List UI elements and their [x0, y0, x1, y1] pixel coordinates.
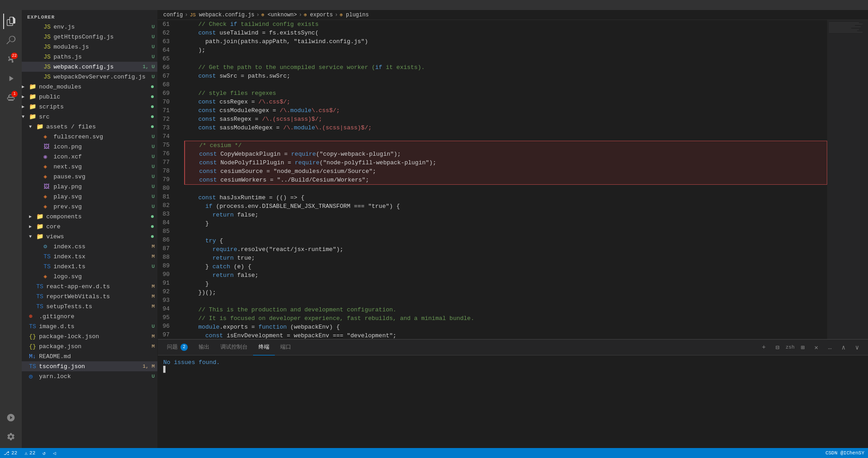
file-badge: U	[151, 144, 155, 149]
change-dot	[151, 225, 154, 228]
tree-item-readme-md[interactable]: M↓ README.md	[22, 351, 157, 361]
tree-item-node-modules[interactable]: ▶ 📁 node_modules	[22, 82, 157, 92]
tree-item-gethttpsconfig[interactable]: JS getHttpsConfig.js U	[22, 32, 157, 42]
breadcrumb-sep: ›	[256, 12, 259, 18]
xcf-file-icon: ◉	[44, 153, 52, 160]
breadcrumb-plugins[interactable]: plugins	[346, 12, 369, 18]
tree-item-fullscreen-svg[interactable]: ◈ fullscreen.svg U	[22, 132, 157, 142]
tree-item-core[interactable]: ▶ 📁 core	[22, 222, 157, 231]
breadcrumb-config[interactable]: config	[163, 12, 183, 18]
folder-icon: 📁	[36, 123, 44, 130]
status-errors[interactable]: ⚠ 22	[21, 448, 39, 458]
file-label: package-lock.json	[39, 333, 151, 340]
tree-item-icon-png[interactable]: 🖼 icon.png U	[22, 142, 157, 152]
tree-item-yarn-lock[interactable]: ◎ yarn.lock U	[22, 371, 157, 381]
remote-icon[interactable]	[3, 410, 19, 425]
breadcrumb-exports[interactable]: exports	[310, 12, 333, 18]
panel-chevron-up[interactable]: ∧	[838, 342, 849, 353]
tree-item-modules-js[interactable]: JS modules.js U	[22, 42, 157, 52]
explorer-icon[interactable]	[3, 14, 19, 29]
tree-item-play-png[interactable]: 🖼 play.png U	[22, 182, 157, 192]
tree-item-webpackdevserver[interactable]: JS webpackDevServer.config.js U	[22, 72, 157, 82]
status-sync[interactable]: ↺	[39, 448, 49, 458]
file-label: play.png	[54, 183, 151, 190]
file-label: icon.png	[54, 143, 151, 150]
folder-label: node_modules	[39, 84, 151, 90]
file-label: react-app-env.d.ts	[46, 283, 151, 290]
tree-item-webpack-config[interactable]: JS webpack.config.js 1, U	[22, 62, 157, 72]
tree-item-env-js[interactable]: JS env.js U	[22, 22, 157, 32]
file-label: prev.svg	[54, 203, 151, 210]
tree-item-setuptests[interactable]: TS setupTests.ts M	[22, 301, 157, 311]
collapsed-arrow: ▶	[29, 224, 36, 229]
tab-debug-console[interactable]: 调试控制台	[215, 340, 253, 355]
tree-item-image-d-ts[interactable]: TS image.d.ts U	[22, 321, 157, 331]
search-icon[interactable]	[3, 33, 19, 48]
tree-item-src[interactable]: ▼ 📁 src	[22, 112, 157, 122]
expanded-arrow: ▼	[29, 124, 36, 129]
tree-item-tsconfig-json[interactable]: TS tsconfig.json 1, M	[22, 361, 157, 371]
source-control-icon[interactable]: 22	[3, 52, 19, 67]
tree-item-icon-xcf[interactable]: ◉ icon.xcf U	[22, 152, 157, 162]
tab-terminal[interactable]: 终端	[253, 340, 275, 355]
tab-ports[interactable]: 端口	[275, 340, 297, 355]
activity-bottom	[3, 410, 19, 448]
git-branch-text: 22	[11, 450, 17, 456]
settings-icon[interactable]	[3, 429, 19, 444]
tree-item-components[interactable]: ▶ 📁 components	[22, 212, 157, 222]
tree-item-paths-js[interactable]: JS paths.js U	[22, 52, 157, 62]
maximize-panel-button[interactable]: ⊞	[797, 342, 808, 353]
tsx-file-icon: TS	[44, 253, 52, 260]
tree-item-index-css[interactable]: ⚙ index.css M	[22, 241, 157, 251]
terminal-content[interactable]: No issues found. ▋	[158, 355, 868, 448]
file-label: index.css	[54, 243, 151, 250]
tree-item-prev-svg[interactable]: ◈ prev.svg U	[22, 202, 157, 212]
extensions-icon[interactable]: 1	[3, 90, 19, 105]
tree-item-logo-svg[interactable]: ◈ logo.svg	[22, 271, 157, 281]
tree-item-scripts[interactable]: ▶ 📁 scripts	[22, 102, 157, 112]
status-git-branch[interactable]: ⎇ 22	[0, 448, 21, 458]
tree-item-reportwebvitals[interactable]: TS reportWebVitals.ts M	[22, 291, 157, 301]
line-numbers: 6162636465666768697071727374757677787980…	[158, 20, 180, 339]
run-icon[interactable]	[3, 71, 19, 86]
tree-item-gitignore[interactable]: ⊛ .gitignore	[22, 311, 157, 321]
tree-item-index1-ts[interactable]: TS index1.ts U	[22, 261, 157, 271]
js-file-icon: JS	[44, 74, 52, 80]
close-panel-button[interactable]: ✕	[811, 342, 822, 353]
sync-icon: ↺	[43, 450, 46, 456]
code-container: 6162636465666768697071727374757677787980…	[158, 20, 868, 339]
status-attribution: CSDN @IChenSY	[822, 448, 868, 458]
panel-chevron-down[interactable]: ∨	[852, 342, 863, 353]
folder-icon: 📁	[36, 223, 44, 230]
img-file-icon: 🖼	[44, 143, 52, 150]
tree-item-play-svg[interactable]: ◈ play.svg U	[22, 192, 157, 202]
panel-menu-button[interactable]: …	[824, 342, 835, 353]
breadcrumb-unknown[interactable]: <unknown>	[268, 12, 297, 18]
folder-label: views	[46, 233, 151, 240]
tab-output[interactable]: 输出	[193, 340, 215, 355]
collapsed-arrow: ▶	[29, 214, 36, 219]
tree-item-package-json[interactable]: {} package.json M	[22, 341, 157, 351]
tree-item-react-app-env[interactable]: TS react-app-env.d.ts M	[22, 281, 157, 291]
tree-item-views[interactable]: ▼ 📁 views	[22, 231, 157, 241]
yarn-file-icon: ◎	[29, 373, 37, 380]
json-file-icon: {}	[29, 343, 37, 350]
tree-item-assets-files[interactable]: ▼ 📁 assets / files	[22, 122, 157, 132]
breadcrumb-webpack-config[interactable]: webpack.config.js	[199, 12, 254, 18]
file-badge: M	[151, 254, 155, 259]
add-terminal-button[interactable]: +	[758, 342, 769, 353]
minimap-content	[827, 20, 868, 35]
code-editor[interactable]: // Check if tailwind config exists const…	[180, 20, 827, 339]
file-badge: U	[151, 154, 155, 159]
tab-problems[interactable]: 问题 2	[161, 340, 193, 355]
tree-item-next-svg[interactable]: ◈ next.svg U	[22, 162, 157, 172]
tree-item-package-lock-json[interactable]: {} package-lock.json M	[22, 331, 157, 341]
split-terminal-button[interactable]: ⊟	[772, 342, 783, 353]
status-back[interactable]: ◁	[49, 448, 60, 458]
panel-actions: + ⊟ zsh ⊞ ✕ … ∧ ∨	[758, 342, 864, 353]
tree-item-public[interactable]: ▶ 📁 public	[22, 92, 157, 102]
md-file-icon: M↓	[29, 353, 37, 360]
tree-item-pause-svg[interactable]: ◈ pause.svg U	[22, 172, 157, 182]
file-badge: U	[151, 184, 155, 189]
tree-item-index-tsx[interactable]: TS index.tsx M	[22, 251, 157, 261]
